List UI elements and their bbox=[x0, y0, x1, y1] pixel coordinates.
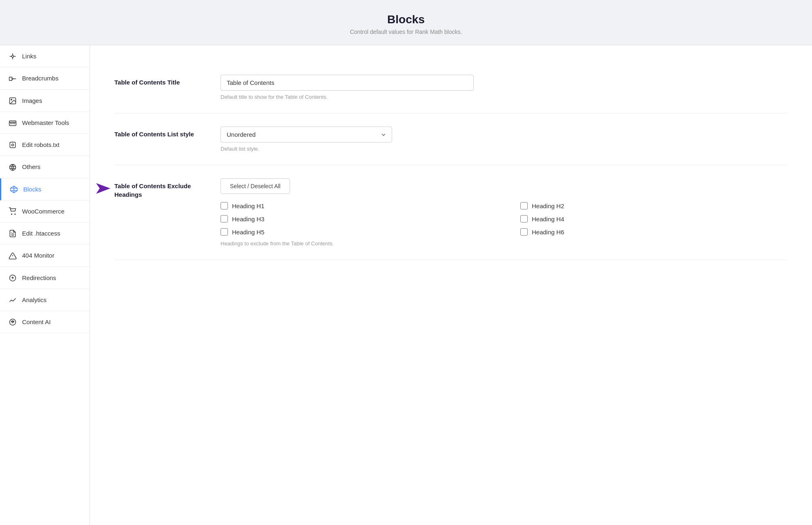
page-subtitle: Control default values for Rank Math blo… bbox=[8, 29, 804, 35]
sidebar-item-webmaster[interactable]: Webmaster Tools bbox=[0, 112, 89, 134]
sidebar-item-analytics[interactable]: Analytics bbox=[0, 289, 89, 311]
heading-h6-checkbox[interactable] bbox=[520, 228, 528, 236]
robots-icon bbox=[8, 140, 17, 149]
page-title: Blocks bbox=[8, 13, 804, 26]
select-deselect-button[interactable]: Select / Deselect All bbox=[221, 178, 290, 194]
sidebar-item-breadcrumbs-label: Breadcrumbs bbox=[22, 75, 58, 82]
heading-h4-checkbox[interactable] bbox=[520, 215, 528, 222]
heading-h2-checkbox[interactable] bbox=[520, 202, 528, 209]
heading-h6-item[interactable]: Heading H6 bbox=[520, 228, 787, 236]
sidebar-item-404[interactable]: 404 Monitor bbox=[0, 245, 89, 267]
svg-rect-5 bbox=[9, 77, 12, 80]
toc-title-row: Table of Contents Title Default title to… bbox=[114, 62, 787, 113]
breadcrumbs-icon bbox=[8, 74, 17, 82]
redirect-icon bbox=[8, 274, 17, 282]
sidebar-item-webmaster-label: Webmaster Tools bbox=[22, 119, 69, 126]
sidebar-item-content-ai[interactable]: Content AI bbox=[0, 311, 89, 333]
heading-h4-label: Heading H4 bbox=[532, 216, 564, 222]
heading-h3-item[interactable]: Heading H3 bbox=[221, 215, 488, 222]
images-icon bbox=[8, 96, 17, 105]
svg-point-0 bbox=[12, 56, 14, 58]
sidebar-item-robots-label: Edit robots.txt bbox=[22, 141, 60, 148]
heading-h6-label: Heading H6 bbox=[532, 229, 564, 236]
svg-point-33 bbox=[10, 319, 16, 325]
sidebar-item-others-label: Others bbox=[22, 163, 40, 170]
content-area: Table of Contents Title Default title to… bbox=[90, 45, 812, 525]
svg-rect-15 bbox=[10, 142, 15, 148]
toc-list-style-label: Table of Contents List style bbox=[114, 127, 204, 138]
sidebar-item-others[interactable]: Others bbox=[0, 156, 89, 178]
heading-h5-checkbox[interactable] bbox=[221, 228, 228, 236]
main-content: Links Breadcrumbs Images Webmaster Tools bbox=[0, 45, 812, 525]
svg-point-16 bbox=[12, 144, 14, 146]
active-arrow-indicator bbox=[85, 180, 114, 198]
heading-h1-checkbox[interactable] bbox=[221, 202, 228, 209]
toc-list-style-row: Table of Contents List style Unordered O… bbox=[114, 113, 787, 165]
sidebar-item-breadcrumbs[interactable]: Breadcrumbs bbox=[0, 67, 89, 89]
toc-title-label: Table of Contents Title bbox=[114, 75, 204, 87]
woo-icon bbox=[8, 207, 17, 216]
svg-marker-25 bbox=[96, 183, 110, 194]
sidebar-item-htaccess-label: Edit .htaccess bbox=[22, 230, 60, 237]
sidebar-item-redirections[interactable]: Redirections bbox=[0, 267, 89, 289]
toc-exclude-label: Table of Contents Exclude Headings bbox=[114, 178, 204, 199]
svg-point-26 bbox=[11, 214, 12, 215]
svg-point-18 bbox=[10, 164, 16, 170]
heading-checkboxes: Heading H1 Heading H2 Heading H3 He bbox=[221, 202, 787, 236]
sidebar-item-blocks-label: Blocks bbox=[23, 186, 41, 193]
toc-exclude-helper: Headings to exclude from the Table of Co… bbox=[221, 240, 787, 247]
toc-title-control: Default title to show for the Table of C… bbox=[221, 75, 787, 100]
others-icon bbox=[8, 162, 17, 171]
sidebar-item-links[interactable]: Links bbox=[0, 45, 89, 67]
links-icon bbox=[8, 52, 17, 60]
heading-h1-item[interactable]: Heading H1 bbox=[221, 202, 488, 209]
analytics-icon bbox=[8, 296, 17, 304]
toc-exclude-control: Select / Deselect All Heading H1 Heading… bbox=[221, 178, 787, 247]
sidebar-item-robots[interactable]: Edit robots.txt bbox=[0, 134, 89, 156]
sidebar-item-images[interactable]: Images bbox=[0, 90, 89, 112]
svg-rect-9 bbox=[9, 121, 16, 126]
heading-h4-item[interactable]: Heading H4 bbox=[520, 215, 787, 222]
blocks-form: Table of Contents Title Default title to… bbox=[114, 62, 787, 260]
sidebar-item-woocommerce[interactable]: WooCommerce bbox=[0, 200, 89, 222]
sidebar: Links Breadcrumbs Images Webmaster Tools bbox=[0, 45, 90, 525]
svg-point-34 bbox=[12, 322, 13, 323]
heading-h5-label: Heading H5 bbox=[232, 229, 264, 236]
webmaster-icon bbox=[8, 118, 17, 127]
toc-list-style-select[interactable]: Unordered Ordered None bbox=[221, 127, 392, 142]
svg-point-27 bbox=[15, 214, 16, 215]
heading-h2-item[interactable]: Heading H2 bbox=[520, 202, 787, 209]
toc-title-helper: Default title to show for the Table of C… bbox=[221, 94, 787, 100]
toc-exclude-row: Table of Contents Exclude Headings Selec… bbox=[114, 165, 787, 260]
heading-h3-checkbox[interactable] bbox=[221, 215, 228, 222]
monitor-icon bbox=[8, 251, 17, 260]
heading-h5-item[interactable]: Heading H5 bbox=[221, 228, 488, 236]
sidebar-item-images-label: Images bbox=[22, 97, 42, 104]
htaccess-icon bbox=[8, 229, 17, 238]
page-header: Blocks Control default values for Rank M… bbox=[0, 0, 812, 45]
content-ai-icon bbox=[8, 318, 17, 326]
blocks-icon bbox=[9, 185, 18, 194]
toc-title-input[interactable] bbox=[221, 75, 474, 91]
toc-list-style-helper: Default list style. bbox=[221, 146, 787, 152]
sidebar-item-404-label: 404 Monitor bbox=[22, 252, 54, 259]
sidebar-item-htaccess[interactable]: Edit .htaccess bbox=[0, 222, 89, 245]
sidebar-item-woo-label: WooCommerce bbox=[22, 208, 65, 215]
sidebar-item-redirections-label: Redirections bbox=[22, 274, 56, 281]
sidebar-item-content-ai-label: Content AI bbox=[22, 318, 51, 325]
sidebar-item-links-label: Links bbox=[22, 53, 36, 60]
svg-point-8 bbox=[11, 99, 12, 100]
toc-list-style-control: Unordered Ordered None Default list styl… bbox=[221, 127, 787, 152]
heading-h1-label: Heading H1 bbox=[232, 202, 264, 209]
heading-h2-label: Heading H2 bbox=[532, 202, 564, 209]
sidebar-item-analytics-label: Analytics bbox=[22, 296, 47, 303]
heading-h3-label: Heading H3 bbox=[232, 216, 264, 222]
sidebar-item-blocks[interactable]: Blocks bbox=[0, 178, 89, 200]
